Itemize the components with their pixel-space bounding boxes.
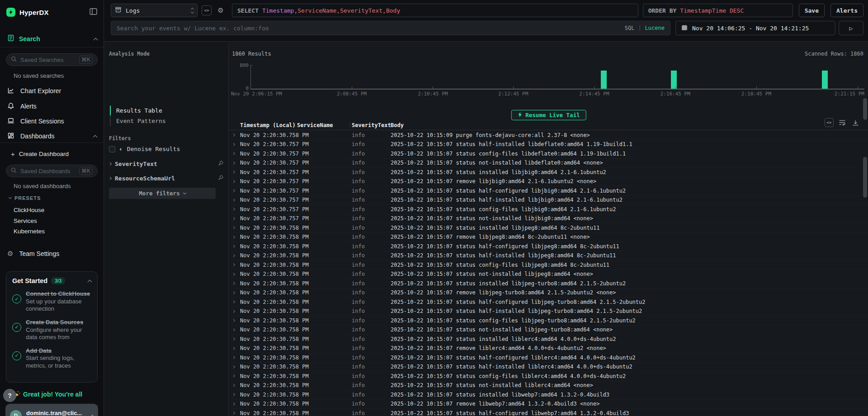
table-settings-icon[interactable]: <> <box>825 118 834 127</box>
table-row[interactable]: Nov 20 2:20:30.758 PM info 2025-10-22 10… <box>229 288 868 298</box>
row-expand-chevron[interactable] <box>229 329 240 331</box>
scrollbar-thumb[interactable] <box>863 157 867 198</box>
mode-results-table[interactable]: Results Table <box>111 105 224 116</box>
column-resize-handle[interactable]: ⋮ <box>293 123 297 128</box>
row-expand-chevron[interactable] <box>229 366 240 368</box>
table-row[interactable]: Nov 20 2:20:30.758 PM info 2025-10-22 10… <box>229 251 868 261</box>
row-expand-chevron[interactable] <box>229 189 240 192</box>
preset-clickhouse[interactable]: ClickHouse <box>14 207 44 213</box>
preset-kubernetes[interactable]: Kubernetes <box>14 228 45 235</box>
wrap-lines-icon[interactable] <box>838 118 847 127</box>
table-row[interactable]: Nov 20 2:20:30.758 PM info 2025-10-22 10… <box>229 316 868 326</box>
row-expand-chevron[interactable] <box>229 375 240 377</box>
table-row[interactable]: Nov 20 2:20:30.758 PM info 2025-10-22 10… <box>229 372 868 381</box>
row-expand-chevron[interactable] <box>229 273 240 275</box>
row-expand-chevron[interactable] <box>229 255 240 257</box>
table-row[interactable]: Nov 20 2:20:30.758 PM info 2025-10-22 10… <box>229 298 868 307</box>
user-menu[interactable]: D dominic.tran@clic... dominic.tran@clic… <box>5 404 98 416</box>
mode-event-patterns[interactable]: Event Patterns <box>111 116 224 126</box>
table-row[interactable]: Nov 20 2:20:30.758 PM info 2025-10-22 10… <box>229 390 868 400</box>
sidebar-item-chart-explorer[interactable]: Chart Explorer <box>0 84 104 98</box>
row-expand-chevron[interactable] <box>229 301 240 303</box>
run-query-button[interactable]: ▷ <box>839 21 863 35</box>
filter-group-resourceschemaurl[interactable]: ResourceSchemaUrl <box>109 174 224 182</box>
order-by-input[interactable]: ORDER BY TimestampTime DESC <box>643 4 793 17</box>
get-started-item[interactable]: ✓ Create Data Sources Configure where yo… <box>12 319 91 341</box>
row-expand-chevron[interactable] <box>229 292 240 294</box>
table-row[interactable]: Nov 20 2:20:30.758 PM info 2025-10-22 10… <box>229 270 868 279</box>
row-expand-chevron[interactable] <box>229 199 240 201</box>
table-row[interactable]: Nov 20 2:20:30.758 PM info 2025-10-22 10… <box>229 233 868 242</box>
histogram-bar[interactable] <box>822 71 828 89</box>
scrollbar-thumb[interactable] <box>863 98 867 120</box>
chevron-up-icon[interactable] <box>88 279 92 284</box>
row-expand-chevron[interactable] <box>229 282 240 284</box>
download-icon[interactable] <box>851 118 860 127</box>
results-histogram[interactable]: 800 0 Nov 20 2:06:15 PM2:08:45 PM2:10:45… <box>229 59 868 98</box>
row-expand-chevron[interactable] <box>229 393 240 396</box>
sidebar-item-client-sessions[interactable]: Client Sessions <box>0 114 104 128</box>
table-row[interactable]: Nov 20 2:20:30.757 PM info 2025-10-22 10… <box>229 196 868 205</box>
language-sql[interactable]: SQL <box>625 25 635 31</box>
more-filters-button[interactable]: More filters <box>109 188 216 199</box>
table-row[interactable]: Nov 20 2:20:30.757 PM info 2025-10-22 10… <box>229 159 868 168</box>
table-row[interactable]: Nov 20 2:20:30.758 PM info 2025-10-22 10… <box>229 353 868 363</box>
resume-live-tail-button[interactable]: Resume Live Tail <box>511 110 586 120</box>
row-expand-chevron[interactable] <box>229 338 240 340</box>
language-lucene[interactable]: Lucene <box>645 25 665 31</box>
collapse-sidebar-icon[interactable] <box>90 8 97 17</box>
table-row[interactable]: Nov 20 2:20:30.758 PM info 2025-10-22 10… <box>229 260 868 270</box>
saved-dashboards-input[interactable]: Saved Dashboards ⌘K <box>6 165 98 177</box>
row-expand-chevron[interactable] <box>229 412 240 414</box>
save-button[interactable]: Save <box>799 4 825 17</box>
select-clause-input[interactable]: SELECT Timestamp,ServiceName,SeverityTex… <box>232 4 638 17</box>
language-toggle[interactable]: SQL | Lucene <box>625 25 665 31</box>
row-expand-chevron[interactable] <box>229 356 240 359</box>
row-expand-chevron[interactable] <box>229 208 240 210</box>
presets-toggle[interactable]: PRESETS <box>9 195 41 201</box>
row-expand-chevron[interactable] <box>229 227 240 229</box>
table-row[interactable]: Nov 20 2:20:30.758 PM info 2025-10-22 10… <box>229 363 868 372</box>
row-expand-chevron[interactable] <box>229 319 240 321</box>
event-search-input[interactable] <box>117 25 625 32</box>
table-row[interactable]: Nov 20 2:20:30.757 PM info 2025-10-22 10… <box>229 186 868 196</box>
column-resize-handle[interactable]: ⋮ <box>348 123 352 128</box>
table-row[interactable]: Nov 20 2:20:30.758 PM info 2025-10-22 10… <box>229 400 868 409</box>
source-select[interactable]: Logs <box>111 4 198 17</box>
row-expand-chevron[interactable] <box>229 217 240 220</box>
sidebar-item-alerts[interactable]: Alerts <box>0 99 104 113</box>
table-row[interactable]: Nov 20 2:20:30.758 PM info 2025-10-22 10… <box>229 335 868 344</box>
row-expand-chevron[interactable] <box>229 152 240 155</box>
table-row[interactable]: Nov 20 2:20:30.757 PM info 2025-10-22 10… <box>229 205 868 214</box>
get-started-item[interactable]: ✓ Add Data Start sending logs, metrics, … <box>12 347 91 370</box>
table-row[interactable]: Nov 20 2:20:30.757 PM info 2025-10-22 10… <box>229 177 868 187</box>
table-row[interactable]: Nov 20 2:20:30.758 PM info 2025-10-22 10… <box>229 344 868 354</box>
sidebar-item-dashboards[interactable]: Dashboards <box>0 129 104 143</box>
create-dashboard-button[interactable]: + Create Dashboard <box>0 147 104 161</box>
denoise-checkbox[interactable] <box>109 146 115 152</box>
column-header-servicename[interactable]: ⋮ServiceName <box>297 122 352 128</box>
filter-group-severitytext[interactable]: SeverityText <box>109 160 224 168</box>
help-button[interactable]: ? <box>3 389 16 402</box>
saved-searches-input[interactable]: Saved Searches ⌘K <box>6 53 98 66</box>
pin-icon[interactable] <box>218 175 224 182</box>
row-expand-chevron[interactable] <box>229 384 240 387</box>
chevron-up-icon[interactable] <box>94 38 98 42</box>
histogram-bar[interactable] <box>671 71 677 89</box>
row-expand-chevron[interactable] <box>229 134 240 136</box>
row-expand-chevron[interactable] <box>229 143 240 146</box>
row-expand-chevron[interactable] <box>229 236 240 238</box>
edit-source-icon[interactable]: <> <box>202 5 212 15</box>
table-row[interactable]: Nov 20 2:20:30.757 PM info 2025-10-22 10… <box>229 140 868 150</box>
table-row[interactable]: Nov 20 2:20:30.758 PM info 2025-10-22 10… <box>229 223 868 233</box>
time-range-picker[interactable]: Nov 20 14:06:25 - Nov 20 14:21:25 <box>675 21 835 35</box>
row-expand-chevron[interactable] <box>229 310 240 312</box>
row-expand-chevron[interactable] <box>229 245 240 247</box>
column-resize-handle[interactable]: ⋮ <box>387 123 391 128</box>
table-row[interactable]: Nov 20 2:20:30.758 PM info 2025-10-22 10… <box>229 381 868 391</box>
row-expand-chevron[interactable] <box>229 180 240 183</box>
table-row[interactable]: Nov 20 2:20:30.757 PM info 2025-10-22 10… <box>229 214 868 224</box>
column-header-body[interactable]: ⋮Body <box>391 122 868 128</box>
table-row[interactable]: Nov 20 2:20:30.757 PM info 2025-10-22 10… <box>229 149 868 159</box>
table-row[interactable]: Nov 20 2:20:30.758 PM info 2025-10-22 10… <box>229 242 868 251</box>
